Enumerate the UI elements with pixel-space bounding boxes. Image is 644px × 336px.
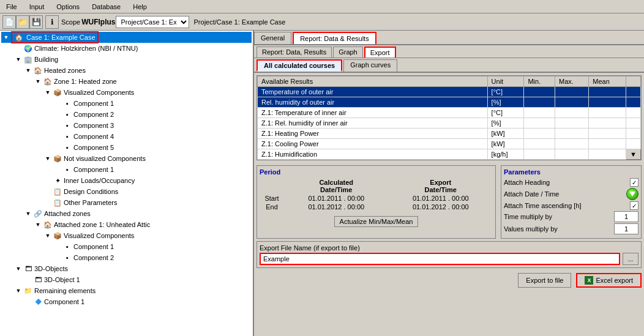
attached-icon: 🔗 (33, 209, 43, 218)
tree-label-inner-loads: Inner Loads/Occupancy (64, 177, 135, 184)
tree-item-not-vis[interactable]: ▼ 📦 Not visualized Components (1, 153, 252, 164)
tree-item-case1[interactable]: ▼ 🏠 Case 1: Example Case (1, 32, 252, 43)
menu-file[interactable]: File (2, 2, 21, 12)
parameters-section: Parameters Attach Heading Attach Date / … (501, 165, 642, 239)
menu-input[interactable]: Input (26, 2, 48, 12)
expander (53, 132, 62, 141)
expander[interactable]: ▼ (13, 286, 23, 296)
toolbar-open[interactable]: 📁 (16, 15, 29, 29)
expander[interactable]: ▼ (43, 231, 53, 241)
result-unit: [kg/h] (487, 149, 524, 160)
tree-item-design-cond[interactable]: 📋 Design Conditions (1, 186, 252, 197)
tree-item-vis-comp[interactable]: ▼ 📦 Visualized Components (1, 87, 252, 98)
tree-item-comp5[interactable]: ▪ Component 5 (1, 142, 252, 153)
result-row-humid[interactable]: Z.1: Humidification [kg/h] ▼ (258, 149, 641, 160)
tree-item-comp1[interactable]: ▪ Component 1 (1, 98, 252, 109)
sub-tab-export[interactable]: Export (364, 47, 396, 58)
result-unit: [kW] (487, 139, 524, 149)
tree-item-comp7[interactable]: ▪ Component 1 (1, 241, 252, 252)
col-header-unit: Unit (487, 77, 524, 87)
excel-icon: X (585, 276, 593, 285)
tree-item-remaining[interactable]: ▼ 📁 Remaining elements (1, 285, 252, 296)
export-file-input[interactable] (260, 253, 620, 265)
excel-export-button[interactable]: X Excel export (576, 273, 642, 288)
actualize-button[interactable]: Actualize Min/Max/Mean (334, 216, 419, 227)
tree-item-other-params[interactable]: 📋 Other Parameters (1, 197, 252, 208)
expander[interactable]: ▼ (23, 209, 33, 218)
expander[interactable]: ▼ (13, 54, 23, 64)
tree-item-climate[interactable]: 🌍 Climate: Holzkirchen (NBI / NTNU) (1, 43, 252, 54)
result-row-temp-outer[interactable]: Temperature of outer air [°C] (258, 87, 641, 97)
tree-item-heated[interactable]: ▼ 🏠 Heated zones (1, 65, 252, 76)
project-dropdown[interactable]: Project/Case 1: Example Case (116, 16, 189, 28)
green-circle-attach-date[interactable] (626, 188, 638, 200)
content-tab-graph-curves[interactable]: Graph curves (343, 59, 397, 72)
expander[interactable]: ▼ (1, 32, 11, 42)
tree-item-3d-objects[interactable]: ▼ 🗔 3D-Objects (1, 263, 252, 274)
house-icon: 🏠 (14, 32, 24, 42)
result-row-heating[interactable]: Z.1: Heating Power [kW] (258, 129, 641, 139)
tree-item-inner-loads[interactable]: ✦ Inner Loads/Occupancy (1, 175, 252, 186)
result-row-temp-inner[interactable]: Z.1: Temperature of inner air [°C] (258, 108, 641, 118)
tab-report[interactable]: Report: Data & Results (293, 32, 376, 44)
tree-item-3d-obj1[interactable]: 🗔 3D-Object 1 (1, 274, 252, 285)
content-tab-all-courses[interactable]: All calculated courses (256, 59, 342, 72)
expander[interactable]: ▼ (33, 220, 43, 230)
expander[interactable] (13, 43, 23, 53)
result-label: Rel. humidity of outer air (258, 97, 488, 108)
right-panel: General Report: Data & Results Report: D… (254, 31, 644, 336)
tree-item-building[interactable]: ▼ 🏢 Building (1, 54, 252, 65)
menu-help[interactable]: Help (129, 2, 151, 12)
result-mean (589, 149, 626, 160)
tree-item-comp9[interactable]: 🔷 Component 1 (1, 296, 252, 307)
result-scroll (626, 118, 641, 129)
result-row-rh-inner[interactable]: Z.1: Rel. humidity of inner air [%] (258, 118, 641, 129)
expander[interactable]: ▼ (33, 77, 43, 86)
sub-tab-graph[interactable]: Graph (333, 47, 363, 58)
param-label-attach-date: Attach Date / Time (504, 190, 626, 198)
tree-item-comp3[interactable]: ▪ Component 3 (1, 120, 252, 131)
bottom-sections: Period CalculatedDate/Time ExportDate/Ti… (254, 163, 644, 241)
comp-icon: ▪ (62, 242, 72, 252)
tree-item-attic[interactable]: ▼ 🏠 Attached zone 1: Unheated Attic (1, 219, 252, 230)
tab-general[interactable]: General (254, 32, 291, 44)
checkbox-attach-time[interactable] (630, 201, 638, 210)
expander[interactable]: ▼ (43, 88, 53, 97)
app-title: WUFIplus (81, 18, 115, 26)
tree-item-comp6[interactable]: ▪ Component 1 (1, 164, 252, 175)
vis-comp-icon: 📦 (53, 88, 62, 97)
tree-label-case1: Case 1: Example Case (26, 34, 95, 41)
tree-item-comp4[interactable]: ▪ Component 4 (1, 131, 252, 142)
checkbox-attach-heading[interactable] (630, 178, 638, 187)
tree-item-attached[interactable]: ▼ 🔗 Attached zones (1, 208, 252, 219)
tree-item-vis-comp2[interactable]: ▼ 📦 Visualized Components (1, 230, 252, 241)
period-end-label: End (260, 203, 284, 211)
export-to-file-button[interactable]: Export to file (518, 273, 571, 288)
tree-item-zone1[interactable]: ▼ 🏠 Zone 1: Heated zone (1, 76, 252, 87)
expander (53, 242, 62, 252)
expander[interactable]: ▼ (13, 264, 23, 274)
period-col-empty (260, 178, 284, 194)
toolbar-save[interactable]: 💾 (29, 15, 43, 29)
comp-icon: ▪ (62, 110, 72, 119)
menu-options[interactable]: Options (53, 2, 83, 12)
result-max (555, 87, 589, 97)
toolbar-info[interactable]: ℹ (45, 15, 59, 29)
result-unit: [°C] (487, 87, 524, 97)
period-end-export: 01.01.2012 . 00:00 (389, 203, 493, 211)
result-row-cooling[interactable]: Z.1: Cooling Power [kW] (258, 139, 641, 149)
toolbar-new[interactable]: 📄 (2, 15, 16, 29)
browse-button[interactable]: ... (623, 253, 638, 265)
expander (43, 187, 53, 196)
sub-tab-report-data[interactable]: Report: Data, Results (256, 47, 332, 58)
tree-label-attic: Attached zone 1: Unheated Attic (54, 221, 150, 228)
input-values-multiply[interactable] (614, 223, 638, 234)
input-time-multiply[interactable] (614, 211, 638, 222)
menu-database[interactable]: Database (88, 2, 124, 12)
3d-icon: 🗔 (23, 264, 33, 274)
expander[interactable]: ▼ (23, 65, 33, 75)
tree-item-comp2[interactable]: ▪ Component 2 (1, 109, 252, 120)
result-row-rh-outer[interactable]: Rel. humidity of outer air [%] (258, 97, 641, 108)
expander[interactable]: ▼ (43, 154, 53, 163)
tree-item-comp8[interactable]: ▪ Component 2 (1, 252, 252, 263)
